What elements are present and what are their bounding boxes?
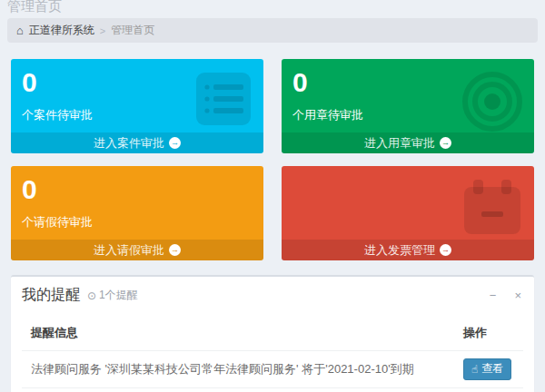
breadcrumb-current: 管理首页: [111, 23, 154, 38]
leave-pending-label: 个请假待审批: [22, 214, 253, 230]
tile-seal-body: 0 个用章待审批: [282, 59, 534, 132]
arrow-right-circle-icon: →: [440, 244, 451, 256]
tile-leave-body: 0 个请假待审批: [11, 166, 263, 240]
case-pending-count: 0: [22, 67, 253, 98]
reminders-panel-title: 我的提醒: [22, 286, 80, 305]
column-header-message: 提醒信息: [22, 316, 454, 351]
hand-pointer-icon: ☝: [471, 364, 478, 375]
table-row: 法律顾问服务 '深圳某某科技公司常年法律顾问服务' 将于'2021-02-10'…: [22, 351, 523, 388]
reminders-panel: 我的提醒 ⊙ 1个提醒 − × 提醒信息 操作 法律顾问服务 '深圳某: [11, 275, 534, 392]
tile-seal-approval: 0 个用章待审批 进入用章审批 →: [282, 59, 534, 153]
view-button[interactable]: ☝ 查看: [463, 358, 511, 380]
reminders-table: 提醒信息 操作 法律顾问服务 '深圳某某科技公司常年法律顾问服务' 将于'202…: [22, 316, 523, 388]
reminders-panel-header: 我的提醒 ⊙ 1个提醒 − ×: [11, 277, 534, 312]
stat-tiles-grid: 0 个案件待审批 进入案件审批 → 0 个用章待审批: [0, 43, 545, 260]
column-header-action: 操作: [454, 316, 523, 351]
panel-tools: − ×: [488, 288, 523, 303]
home-icon: ⌂: [16, 24, 24, 36]
breadcrumb-separator: >: [100, 25, 105, 36]
enter-case-approval-link[interactable]: 进入案件审批 →: [11, 132, 263, 153]
minus-icon: −: [490, 289, 497, 302]
enter-invoice-management-label: 进入发票管理: [364, 242, 435, 259]
page-title: 管理首页: [7, 0, 538, 15]
breadcrumb-home-link[interactable]: 正道律所系统: [29, 23, 94, 38]
enter-seal-approval-label: 进入用章审批: [364, 135, 435, 152]
seal-pending-label: 个用章待审批: [292, 107, 523, 123]
arrow-right-circle-icon: →: [169, 244, 181, 256]
tile-invoice-management: 进入发票管理 →: [282, 166, 534, 260]
case-pending-label: 个案件待审批: [22, 107, 253, 123]
circle-dot-icon: ⊙: [87, 290, 96, 301]
reminders-panel-body: 提醒信息 操作 法律顾问服务 '深圳某某科技公司常年法律顾问服务' 将于'202…: [11, 312, 534, 392]
tile-case-body: 0 个案件待审批: [11, 59, 263, 132]
arrow-right-circle-icon: →: [169, 137, 181, 149]
enter-case-approval-label: 进入案件审批: [94, 135, 164, 152]
content-header: 管理首页 ⌂ 正道律所系统 > 管理首页: [0, 0, 545, 43]
view-button-label: 查看: [481, 361, 503, 377]
collapse-button[interactable]: −: [488, 288, 499, 303]
enter-invoice-management-link[interactable]: 进入发票管理 →: [282, 240, 534, 260]
enter-leave-approval-link[interactable]: 进入请假审批 →: [11, 240, 263, 260]
breadcrumb: ⌂ 正道律所系统 > 管理首页: [7, 18, 538, 43]
reminder-count-text: 1个提醒: [99, 288, 138, 303]
enter-seal-approval-link[interactable]: 进入用章审批 →: [282, 132, 534, 153]
tile-leave-approval: 0 个请假待审批 进入请假审批 →: [11, 166, 263, 260]
reminder-message: 法律顾问服务 '深圳某某科技公司常年法律顾问服务' 将于'2021-02-10'…: [22, 351, 454, 388]
tile-invoice-body: [282, 166, 534, 240]
seal-pending-count: 0: [292, 67, 523, 98]
close-button[interactable]: ×: [512, 288, 523, 303]
leave-pending-count: 0: [22, 174, 253, 205]
enter-leave-approval-label: 进入请假审批: [94, 242, 164, 259]
close-icon: ×: [514, 289, 521, 302]
table-header-row: 提醒信息 操作: [22, 316, 523, 351]
reminder-count-badge: ⊙ 1个提醒: [87, 288, 138, 303]
tile-case-approval: 0 个案件待审批 进入案件审批 →: [11, 59, 263, 153]
arrow-right-circle-icon: →: [440, 137, 451, 149]
reminder-action-cell: ☝ 查看: [454, 351, 523, 388]
